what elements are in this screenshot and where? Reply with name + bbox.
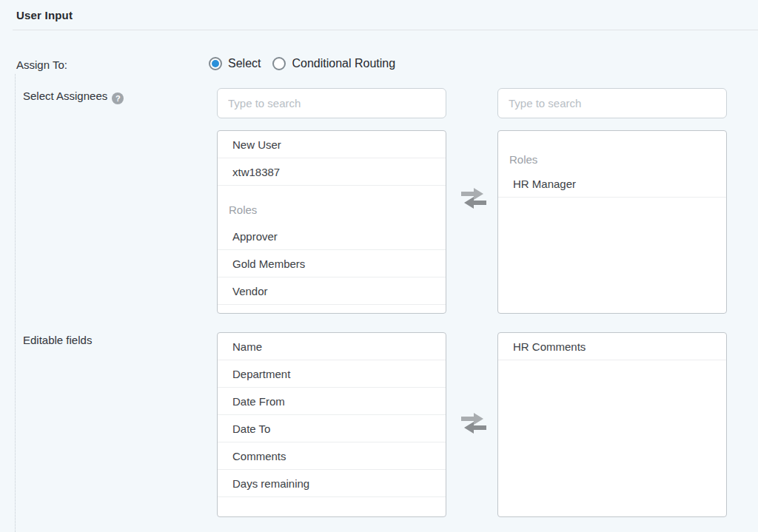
list-item-role[interactable]: Approver bbox=[218, 223, 446, 250]
assignees-selected-list: Roles HR Manager bbox=[497, 130, 727, 314]
group-header-roles: Roles bbox=[498, 152, 726, 170]
list-item-role[interactable]: HR Manager bbox=[498, 170, 726, 198]
list-item-field[interactable]: Date To bbox=[218, 415, 446, 442]
list-item-field[interactable]: Department bbox=[218, 360, 446, 388]
list-item-field[interactable]: Date From bbox=[218, 388, 446, 415]
radio-icon[interactable] bbox=[209, 57, 222, 70]
title-divider bbox=[13, 30, 758, 30]
assign-to-label: Assign To: bbox=[16, 58, 67, 71]
select-assignees-label: Select Assignees? bbox=[23, 90, 124, 104]
radio-option-conditional-routing[interactable]: Conditional Routing bbox=[272, 57, 395, 70]
editable-fields-available-list: Name Department Date From Date To Commen… bbox=[217, 332, 446, 517]
transfer-arrows-icon[interactable] bbox=[460, 186, 488, 210]
list-item-field[interactable]: Name bbox=[218, 333, 446, 360]
list-item-user[interactable]: New User bbox=[218, 131, 446, 158]
page-title: User Input bbox=[16, 9, 73, 21]
radio-label: Select bbox=[228, 57, 261, 70]
list-item-field[interactable]: Days remaining bbox=[218, 470, 446, 497]
user-input-panel: User Input Assign To: Select Conditional… bbox=[0, 0, 758, 532]
assignees-available-list: New User xtw18387 Roles Approver Gold Me… bbox=[217, 130, 446, 314]
radio-option-select[interactable]: Select bbox=[209, 57, 261, 70]
radio-icon[interactable] bbox=[272, 57, 286, 70]
editable-fields-label: Editable fields bbox=[23, 334, 92, 346]
group-header-roles: Roles bbox=[218, 186, 446, 223]
transfer-arrows-icon[interactable] bbox=[460, 411, 488, 435]
list-item-role[interactable]: Silver Members bbox=[218, 305, 446, 314]
assignees-available-search-input[interactable] bbox=[217, 88, 446, 118]
list-item-field[interactable]: HR Comments bbox=[498, 333, 726, 360]
list-item-role[interactable]: Gold Members bbox=[218, 250, 446, 277]
list-item-role[interactable]: Vendor bbox=[218, 277, 446, 305]
help-icon[interactable]: ? bbox=[112, 92, 124, 104]
list-item-user[interactable]: xtw18387 bbox=[218, 158, 446, 186]
editable-fields-selected-list: HR Comments bbox=[497, 332, 727, 517]
list-item-field[interactable]: Comments bbox=[218, 442, 446, 470]
tree-guide-line bbox=[15, 74, 16, 532]
assign-to-radio-group: Select Conditional Routing bbox=[209, 57, 395, 70]
assignees-selected-search-input[interactable] bbox=[497, 88, 727, 118]
radio-label: Conditional Routing bbox=[292, 57, 395, 70]
